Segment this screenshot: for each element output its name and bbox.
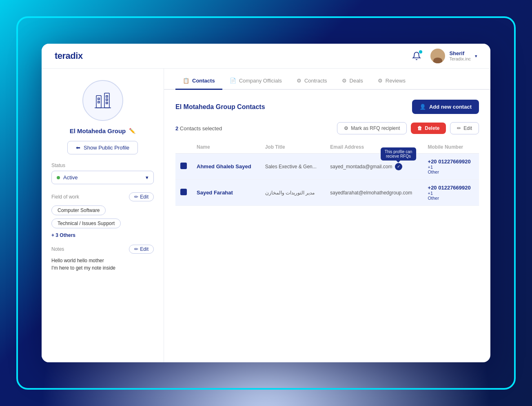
svg-rect-0 bbox=[96, 96, 101, 108]
row1-email: sayed_montada@gmail.com This profile can… bbox=[325, 154, 423, 180]
col-name: Name bbox=[192, 141, 260, 154]
notes-header: Notes ✏ Edit bbox=[51, 245, 154, 254]
contacts-tab-icon: 📋 bbox=[183, 78, 189, 84]
tab-company-officials[interactable]: 📄 Company Officials bbox=[222, 72, 289, 90]
sidebar: El Motaheda Group ✏️ ⬅ Show Public Profi… bbox=[42, 69, 164, 362]
app-header: teradix Sherif Teradix.inc ▾ bbox=[42, 44, 490, 69]
add-contact-icon: 👤 bbox=[419, 104, 426, 110]
add-new-contact-button[interactable]: 👤 Add new contact bbox=[412, 100, 479, 114]
notes-edit-button[interactable]: ✏ Edit bbox=[129, 245, 154, 254]
user-avatar bbox=[430, 49, 445, 63]
status-value: Active bbox=[63, 174, 78, 181]
tab-contracts[interactable]: ⚙ Contracts bbox=[289, 72, 335, 90]
edit-contacts-button[interactable]: ✏ Edit bbox=[450, 122, 479, 134]
reviews-tab-icon: ⚙ bbox=[378, 78, 383, 84]
contracts-tab-icon: ⚙ bbox=[297, 78, 301, 84]
table-row: Ahmed Ghaleb Sayed Sales Exective & Gen.… bbox=[175, 154, 479, 180]
row2-mobile: +20 01227669920 +1 Other bbox=[423, 180, 479, 206]
notification-dot bbox=[419, 50, 422, 54]
checkbox-checked-icon bbox=[180, 189, 187, 195]
action-buttons: ⚙ Mark as RFQ recipient 🗑 Delete ✏ Edit bbox=[337, 122, 479, 134]
checkbox-checked-icon bbox=[180, 163, 187, 169]
tab-reviews[interactable]: ⚙ Reviews bbox=[370, 72, 413, 90]
user-info: Sherif Teradix.inc bbox=[449, 50, 471, 62]
col-checkbox bbox=[175, 141, 192, 154]
edit-icon: ✏ bbox=[134, 194, 138, 200]
notes-content: Hello world hello motherI'm here to get … bbox=[51, 257, 154, 272]
table-row: Sayed Farahat مدير التوريدات والمخازن sa… bbox=[175, 180, 479, 206]
tags-area: Computer Software Technical / Issues Sup… bbox=[51, 205, 154, 228]
contacts-title-row: El Motaheda Group Contacts 👤 Add new con… bbox=[175, 100, 479, 114]
tabs-bar: 📋 Contacts 📄 Company Officials ⚙ Contrac… bbox=[164, 69, 490, 90]
profile-icon: ⬅ bbox=[76, 145, 80, 151]
chevron-down-icon: ▾ bbox=[475, 54, 477, 59]
content-area: 📋 Contacts 📄 Company Officials ⚙ Contrac… bbox=[164, 69, 490, 362]
app-logo: teradix bbox=[55, 51, 83, 61]
field-of-work-label: Field of work bbox=[51, 194, 79, 200]
deals-tab-icon: ⚙ bbox=[342, 78, 347, 84]
row1-name: Ahmed Ghaleb Sayed bbox=[192, 154, 260, 180]
notes-edit-icon: ✏ bbox=[134, 246, 138, 252]
field-of-work-edit-button[interactable]: ✏ Edit bbox=[129, 192, 154, 201]
company-name-text: El Motaheda Group bbox=[70, 127, 126, 134]
user-name: Sherif bbox=[449, 50, 471, 57]
status-label: Status bbox=[51, 163, 65, 168]
trash-icon: 🗑 bbox=[417, 125, 422, 131]
edit-contacts-icon: ✏ bbox=[457, 125, 461, 131]
user-company: Teradix.inc bbox=[449, 56, 471, 62]
svg-rect-5 bbox=[106, 99, 108, 100]
status-chevron-icon: ▾ bbox=[146, 174, 149, 181]
rfq-icon: ⚙ bbox=[344, 125, 348, 131]
table-header-row: Name Job Title Email Address Mobile Numb… bbox=[175, 141, 479, 154]
selected-info: 2 Contacts selected bbox=[175, 125, 222, 132]
company-edit-icon[interactable]: ✏️ bbox=[129, 128, 135, 134]
notification-icon[interactable] bbox=[410, 49, 423, 62]
svg-rect-4 bbox=[106, 96, 108, 97]
contact-name-link[interactable]: Ahmed Ghaleb Sayed bbox=[197, 163, 251, 170]
row2-checkbox[interactable] bbox=[175, 180, 192, 206]
row1-mobile: +20 01227669920 +1 Other bbox=[423, 154, 479, 180]
status-active-dot bbox=[57, 176, 60, 179]
row1-job-title: Sales Exective & Gen... bbox=[260, 154, 326, 180]
row2-job-title: مدير التوريدات والمخازن bbox=[260, 180, 326, 206]
mark-as-rfq-button[interactable]: ⚙ Mark as RFQ recipient bbox=[337, 122, 407, 134]
content-main: El Motaheda Group Contacts 👤 Add new con… bbox=[164, 90, 490, 362]
svg-rect-6 bbox=[106, 102, 108, 104]
row1-checkbox[interactable] bbox=[175, 154, 192, 180]
svg-rect-2 bbox=[98, 98, 100, 100]
more-tags-link[interactable]: + 3 Others bbox=[51, 232, 75, 238]
table-actions-row: 2 Contacts selected ⚙ Mark as RFQ recipi… bbox=[175, 122, 479, 134]
tag-technical-support: Technical / Issues Support bbox=[51, 219, 121, 228]
status-dropdown[interactable]: Active ▾ bbox=[51, 171, 154, 184]
company-name-row: El Motaheda Group ✏️ bbox=[70, 127, 136, 134]
contacts-page-title: El Motaheda Group Contacts bbox=[175, 103, 265, 111]
col-mobile: Mobile Number bbox=[423, 141, 479, 154]
rfq-tooltip: This profile canrecieve RFQs bbox=[381, 147, 417, 161]
notes-label: Notes bbox=[51, 246, 64, 252]
tab-deals[interactable]: ⚙ Deals bbox=[335, 72, 370, 90]
row2-email: sayedfarahat@elmohathedgroup.com bbox=[325, 180, 423, 206]
delete-contacts-button[interactable]: 🗑 Delete bbox=[411, 123, 446, 134]
show-public-profile-button[interactable]: ⬅ Show Public Profile bbox=[67, 141, 138, 154]
rfq-badge-icon: ✓ bbox=[395, 163, 402, 170]
col-job-title: Job Title bbox=[260, 141, 326, 154]
header-right: Sherif Teradix.inc ▾ bbox=[410, 49, 477, 63]
company-officials-tab-icon: 📄 bbox=[230, 78, 236, 84]
contact-name-link[interactable]: Sayed Farahat bbox=[197, 190, 233, 196]
contacts-table: Name Job Title Email Address Mobile Numb… bbox=[175, 141, 479, 206]
tag-computer-software: Computer Software bbox=[51, 205, 106, 215]
svg-rect-3 bbox=[98, 101, 100, 103]
user-menu[interactable]: Sherif Teradix.inc ▾ bbox=[430, 49, 477, 63]
company-avatar bbox=[82, 80, 123, 121]
field-of-work-header: Field of work ✏ Edit bbox=[51, 192, 154, 201]
tab-contacts[interactable]: 📋 Contacts bbox=[175, 72, 222, 90]
row2-name: Sayed Farahat bbox=[192, 180, 260, 206]
rfq-tooltip-container: This profile canrecieve RFQs ✓ bbox=[395, 163, 402, 170]
